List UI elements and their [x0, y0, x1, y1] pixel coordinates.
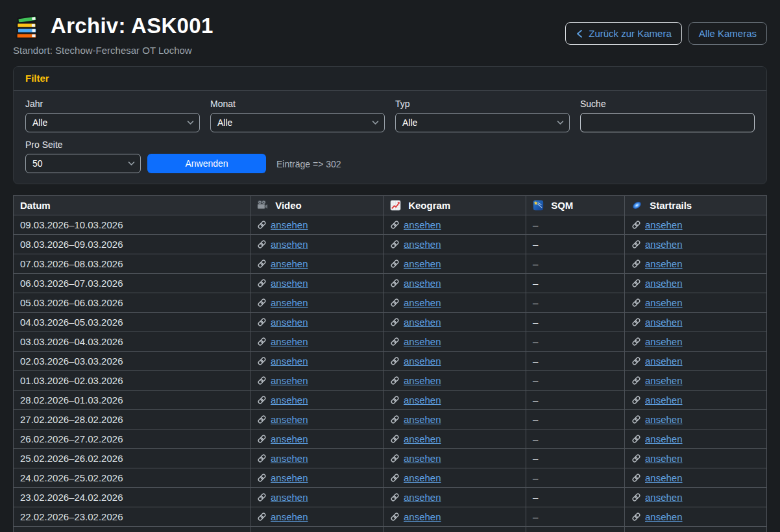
keogram-cell: ansehen — [384, 371, 526, 391]
video-cell: ansehen — [250, 488, 384, 507]
title-block: Archiv: ASK001 Standort: Stechow-Ferches… — [13, 12, 213, 56]
startrails-ansehen-link[interactable]: ansehen — [631, 219, 683, 230]
filter-card: Filter Jahr Alle Monat Alle — [13, 66, 767, 184]
table-row: 25.02.2026–26.02.2026ansehenansehen–anse… — [14, 449, 767, 468]
sqm-cell: – — [526, 488, 625, 507]
link-icon — [390, 434, 400, 444]
column-header-video: Video — [250, 196, 384, 215]
startrails-ansehen-link[interactable]: ansehen — [631, 492, 683, 503]
video-ansehen-link[interactable]: ansehen — [257, 394, 308, 405]
startrails-cell: ansehen — [625, 313, 767, 332]
keogram-ansehen-link[interactable]: ansehen — [390, 258, 441, 269]
page-title: Archiv: ASK001 — [51, 14, 213, 38]
video-ansehen-link[interactable]: ansehen — [257, 336, 308, 347]
video-ansehen-link[interactable]: ansehen — [257, 472, 308, 483]
search-input[interactable] — [580, 113, 755, 132]
keogram-ansehen-link[interactable]: ansehen — [390, 297, 441, 308]
link-icon — [257, 512, 267, 522]
startrails-ansehen-link[interactable]: ansehen — [631, 317, 683, 328]
video-cell: ansehen — [250, 332, 384, 352]
video-ansehen-link[interactable]: ansehen — [257, 317, 308, 328]
video-cell: ansehen — [250, 468, 384, 488]
keogram-ansehen-link[interactable]: ansehen — [390, 492, 441, 503]
table-row: 07.03.2026–08.03.2026ansehenansehen–anse… — [14, 254, 767, 274]
column-header-datum: Datum — [14, 196, 250, 215]
startrails-ansehen-link[interactable]: ansehen — [631, 472, 683, 483]
startrails-cell: ansehen — [625, 391, 767, 410]
pro-seite-label: Pro Seite — [25, 139, 141, 150]
keogram-ansehen-link[interactable]: ansehen — [390, 356, 441, 367]
video-ansehen-link[interactable]: ansehen — [257, 492, 308, 503]
link-icon — [631, 356, 641, 366]
keogram-cell: ansehen — [384, 293, 526, 313]
keogram-ansehen-link[interactable]: ansehen — [390, 472, 441, 483]
filter-card-body: Jahr Alle Monat Alle — [14, 91, 766, 184]
datum-cell: 22.02.2026–23.02.2026 — [14, 507, 250, 527]
sqm-cell: – — [526, 410, 625, 429]
startrails-ansehen-link[interactable]: ansehen — [631, 511, 683, 522]
video-ansehen-link[interactable]: ansehen — [257, 511, 308, 522]
pro-seite-select[interactable]: 50 — [25, 154, 141, 173]
video-ansehen-link[interactable]: ansehen — [257, 414, 308, 425]
sqm-cell: – — [526, 449, 625, 468]
video-ansehen-link[interactable]: ansehen — [257, 219, 308, 230]
startrails-ansehen-link[interactable]: ansehen — [631, 453, 683, 464]
keogram-cell: ansehen — [384, 352, 526, 371]
startrails-cell: ansehen — [625, 429, 767, 449]
startrails-ansehen-link[interactable]: ansehen — [631, 297, 683, 308]
video-cell: ansehen — [250, 274, 384, 293]
keogram-ansehen-link[interactable]: ansehen — [390, 317, 441, 328]
keogram-ansehen-link[interactable]: ansehen — [390, 336, 441, 347]
keogram-ansehen-link[interactable]: ansehen — [390, 394, 441, 405]
link-icon — [257, 453, 267, 463]
video-cell: ansehen — [250, 449, 384, 468]
keogram-cell: ansehen — [384, 410, 526, 429]
link-icon — [257, 337, 267, 346]
video-ansehen-link[interactable]: ansehen — [257, 278, 308, 289]
apply-button[interactable]: Anwenden — [147, 154, 266, 173]
jahr-select[interactable]: Alle — [25, 113, 200, 132]
all-cameras-label: Alle Kameras — [699, 28, 757, 39]
video-ansehen-link[interactable]: ansehen — [257, 433, 308, 444]
startrails-ansehen-link[interactable]: ansehen — [631, 356, 683, 367]
video-cell: ansehen — [250, 254, 384, 274]
keogram-ansehen-link[interactable]: ansehen — [390, 375, 441, 386]
back-to-camera-button[interactable]: Zurück zur Kamera — [565, 22, 682, 45]
typ-select[interactable]: Alle — [395, 113, 570, 132]
keogram-ansehen-link[interactable]: ansehen — [390, 511, 441, 522]
link-icon — [390, 239, 400, 249]
startrails-ansehen-link[interactable]: ansehen — [631, 433, 683, 444]
link-icon — [631, 512, 641, 522]
video-ansehen-link[interactable]: ansehen — [257, 453, 308, 464]
startrails-ansehen-link[interactable]: ansehen — [631, 336, 683, 347]
startrails-ansehen-link[interactable]: ansehen — [631, 239, 683, 250]
video-cell: ansehen — [250, 371, 384, 391]
keogram-cell: ansehen — [384, 391, 526, 410]
filter-field-jahr: Jahr Alle — [25, 99, 200, 132]
startrails-ansehen-link[interactable]: ansehen — [631, 278, 683, 289]
startrails-ansehen-link[interactable]: ansehen — [631, 258, 683, 269]
all-cameras-button[interactable]: Alle Kameras — [689, 22, 767, 45]
keogram-ansehen-link[interactable]: ansehen — [390, 219, 441, 230]
keogram-ansehen-link[interactable]: ansehen — [390, 278, 441, 289]
startrails-cell: ansehen — [625, 410, 767, 429]
datum-cell: 24.02.2026–25.02.2026 — [14, 468, 250, 488]
table-row: 22.02.2026–23.02.2026ansehenansehen–anse… — [14, 507, 767, 527]
video-ansehen-link[interactable]: ansehen — [257, 258, 308, 269]
video-ansehen-link[interactable]: ansehen — [257, 239, 308, 250]
keogram-ansehen-link[interactable]: ansehen — [390, 453, 441, 464]
monat-select[interactable]: Alle — [210, 113, 385, 132]
video-ansehen-link[interactable]: ansehen — [257, 297, 308, 308]
sqm-cell: – — [526, 507, 625, 527]
video-ansehen-link[interactable]: ansehen — [257, 375, 308, 386]
keogram-ansehen-link[interactable]: ansehen — [390, 239, 441, 250]
keogram-ansehen-link[interactable]: ansehen — [390, 414, 441, 425]
startrails-ansehen-link[interactable]: ansehen — [631, 414, 683, 425]
keogram-ansehen-link[interactable]: ansehen — [390, 433, 441, 444]
sqm-cell: – — [526, 468, 625, 488]
video-ansehen-link[interactable]: ansehen — [257, 356, 308, 367]
datum-cell: 27.02.2026–28.02.2026 — [14, 410, 250, 429]
archive-table: Datum Video — [13, 195, 767, 532]
startrails-ansehen-link[interactable]: ansehen — [631, 375, 683, 386]
startrails-ansehen-link[interactable]: ansehen — [631, 394, 683, 405]
